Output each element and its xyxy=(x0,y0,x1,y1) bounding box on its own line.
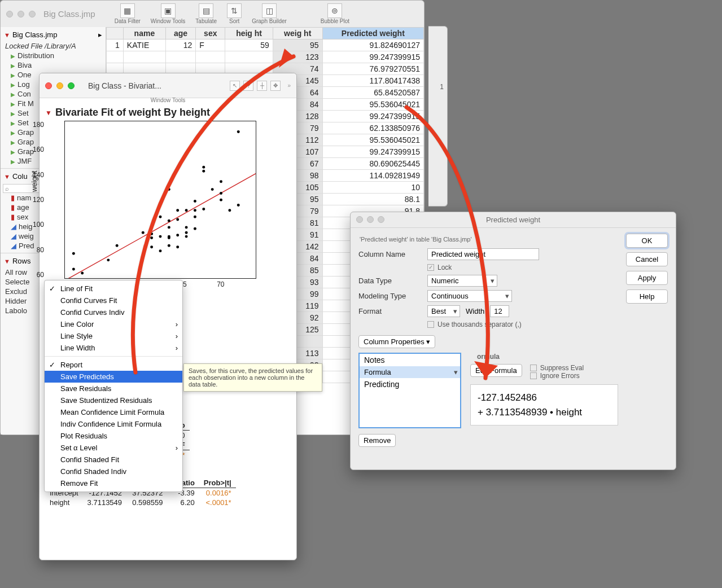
zoom-icon[interactable] xyxy=(68,82,75,89)
menu-item-remove-fit[interactable]: Remove Fit xyxy=(45,477,182,489)
bivariate-toolbar: ↖ ? ┼ ✥ » xyxy=(230,81,291,91)
tool-data-filter[interactable]: ▦Data Filter xyxy=(111,3,144,24)
help-tool-icon[interactable]: ? xyxy=(243,81,253,91)
property-item[interactable]: Predicting xyxy=(360,378,460,390)
move-tool-icon[interactable]: ✥ xyxy=(270,81,281,91)
svg-point-10 xyxy=(159,235,162,238)
table-row[interactable]: 12399.247399915 xyxy=(107,51,424,63)
svg-point-23 xyxy=(185,226,188,229)
menu-item-line-style[interactable]: Line Style xyxy=(45,330,182,342)
apply-button[interactable]: Apply xyxy=(626,271,668,285)
svg-point-4 xyxy=(107,258,110,261)
menu-item-line-color[interactable]: Line Color xyxy=(45,318,182,330)
ok-button[interactable]: OK xyxy=(626,234,668,248)
edit-formula-button[interactable]: Edit Formula xyxy=(470,364,522,377)
menu-item-confid-shaded-indiv[interactable]: Confid Shaded Indiv xyxy=(45,466,182,477)
menu-item-save-studentized-residuals[interactable]: Save Studentized Residuals xyxy=(45,394,182,406)
menu-item-save-residuals[interactable]: Save Residuals xyxy=(45,383,182,394)
menu-item-indiv-confidence-limit-formula[interactable]: Indiv Confidence Limit Formula xyxy=(45,418,182,430)
column-header[interactable]: sex xyxy=(196,28,225,40)
width-input[interactable] xyxy=(490,305,509,317)
menu-item-set-level[interactable]: Set α Level xyxy=(45,442,182,454)
svg-point-3 xyxy=(81,272,84,275)
svg-point-17 xyxy=(168,188,170,191)
lock-checkbox[interactable]: ✓Lock xyxy=(427,264,452,271)
modeling-type-select[interactable]: Continuous xyxy=(427,290,512,302)
properties-list[interactable]: NotesFormulaPredicting xyxy=(358,353,461,428)
menu-item-confid-curves-indiv[interactable]: Confid Curves Indiv xyxy=(45,306,182,318)
column-properties-button[interactable]: Column Properties ▾ xyxy=(358,335,435,348)
property-item[interactable]: Formula xyxy=(360,366,460,378)
remove-property-button[interactable]: Remove xyxy=(358,434,396,447)
menu-item-mean-confidence-limit-formula[interactable]: Mean Confidence Limit Formula xyxy=(45,406,182,418)
menu-item-confid-shaded-fit[interactable]: Confid Shaded Fit xyxy=(45,454,182,466)
thousands-checkbox[interactable]: Use thousands separator (,) xyxy=(427,321,522,328)
svg-point-12 xyxy=(159,249,162,252)
property-item[interactable]: Notes xyxy=(360,354,460,366)
svg-point-33 xyxy=(202,170,205,173)
scatter-chart[interactable]: 5055606570 xyxy=(64,121,256,279)
bivariate-title: Big Class - Bivariat... xyxy=(88,81,224,90)
script-item[interactable]: ▶Distribution xyxy=(3,51,103,60)
fit-line-context-menu[interactable]: Line of FitConfid Curves FitConfid Curve… xyxy=(44,280,183,492)
column-info-dialog: Predicted weight 'Predicted weight' in t… xyxy=(350,212,676,470)
background-window-edge: 1 xyxy=(428,26,448,207)
minimize-icon xyxy=(367,216,374,223)
help-button[interactable]: Help xyxy=(626,289,668,304)
column-header[interactable] xyxy=(107,28,124,40)
y-ticks: 1801601401201008060 xyxy=(27,121,44,279)
column-header[interactable]: heig ht xyxy=(225,28,273,40)
column-header[interactable]: age xyxy=(165,28,195,40)
svg-point-5 xyxy=(116,244,119,247)
y-axis-label: weight xyxy=(30,171,38,192)
svg-point-2 xyxy=(72,252,75,255)
bivariate-heading[interactable]: ▼Bivariate Fit of weight By height xyxy=(45,107,291,119)
close-icon[interactable] xyxy=(45,82,52,89)
svg-point-31 xyxy=(202,166,205,169)
svg-point-20 xyxy=(176,245,179,248)
script-item[interactable]: ▶Biva xyxy=(3,60,103,70)
svg-point-6 xyxy=(142,231,145,234)
column-header[interactable]: weig ht xyxy=(273,28,322,40)
svg-point-19 xyxy=(176,218,179,221)
traffic-lights-disabled xyxy=(6,11,36,17)
column-header[interactable]: Predicted weight xyxy=(322,28,423,40)
ignore-errors-checkbox[interactable]: Ignore Errors xyxy=(530,372,584,380)
data-type-label: Data Type xyxy=(358,277,422,285)
svg-point-27 xyxy=(194,209,196,212)
menu-item-line-width[interactable]: Line Width xyxy=(45,342,182,354)
tool-window-tools[interactable]: ▣Window Tools xyxy=(147,3,189,24)
tool-tabulate[interactable]: ▤Tabulate xyxy=(192,3,220,24)
svg-point-39 xyxy=(237,130,240,133)
tool-sort[interactable]: ⇅Sort xyxy=(224,3,245,24)
svg-point-30 xyxy=(194,216,196,218)
minimize-icon[interactable] xyxy=(56,82,63,89)
tool-bubble-plot[interactable]: ⊚Bubble Plot xyxy=(317,3,353,24)
menu-item-plot-residuals[interactable]: Plot Residuals xyxy=(45,430,182,442)
arrow-tool-icon[interactable]: ↖ xyxy=(230,81,240,91)
traffic-lights[interactable] xyxy=(45,82,75,89)
svg-point-36 xyxy=(220,180,222,183)
format-select[interactable]: Best xyxy=(427,305,460,317)
data-type-select[interactable]: Numeric xyxy=(427,275,497,287)
tool-graph-builder[interactable]: ◫Graph Builder xyxy=(248,3,290,24)
dialog-title: Predicted weight xyxy=(351,212,676,228)
modeling-type-label: Modeling Type xyxy=(358,292,422,300)
menu-item-confid-curves-fit[interactable]: Confid Curves Fit xyxy=(45,295,182,306)
menu-item-report[interactable]: Report xyxy=(45,359,182,371)
menu-item-save-predicteds[interactable]: Save Predicteds xyxy=(45,371,182,383)
save-predicteds-tooltip: Saves, for this curve, the predicted val… xyxy=(183,363,322,392)
column-header[interactable]: name xyxy=(123,28,165,40)
suppress-eval-checkbox[interactable]: Suppress Eval xyxy=(530,364,584,372)
menu-item-line-of-fit[interactable]: Line of Fit xyxy=(45,283,182,295)
format-label: Format xyxy=(358,307,422,315)
table-panel-header[interactable]: ▼Big Class.jmp▸ xyxy=(3,28,103,41)
column-name-input[interactable] xyxy=(427,248,539,260)
svg-point-16 xyxy=(168,220,170,222)
cancel-button[interactable]: Cancel xyxy=(626,252,668,266)
formula-preview: -127.1452486 + 3.7113548939 • height xyxy=(470,384,618,425)
svg-point-40 xyxy=(237,204,240,207)
svg-point-7 xyxy=(150,245,153,248)
table-row[interactable]: 1KATIE12F599591.824690127 xyxy=(107,40,424,51)
crosshair-tool-icon[interactable]: ┼ xyxy=(257,81,267,91)
